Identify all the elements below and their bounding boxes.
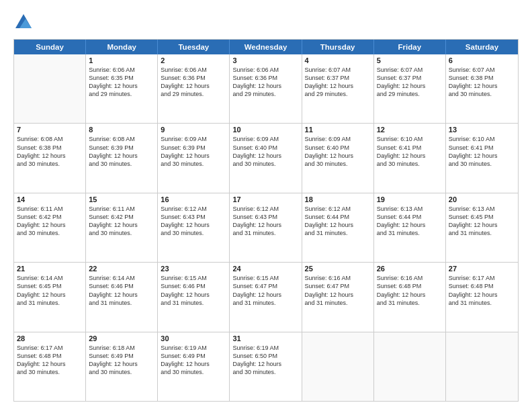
day-cell-23: 23Sunrise: 6:15 AMSunset: 6:46 PMDayligh… <box>158 263 230 331</box>
day-cell-7: 7Sunrise: 6:08 AMSunset: 6:38 PMDaylight… <box>14 124 86 192</box>
day-info-line: Sunrise: 6:14 AM <box>89 274 154 282</box>
day-info-line: and 31 minutes. <box>89 299 154 307</box>
day-cell-11: 11Sunrise: 6:09 AMSunset: 6:40 PMDayligh… <box>302 124 374 192</box>
page: SundayMondayTuesdayWednesdayThursdayFrid… <box>0 0 532 411</box>
day-info-line: Sunset: 6:40 PM <box>305 144 371 152</box>
day-info-line: Sunset: 6:36 PM <box>232 74 298 82</box>
day-info-line: and 29 minutes. <box>161 90 226 98</box>
day-info-line: Sunset: 6:49 PM <box>89 352 154 360</box>
header-day-sunday: Sunday <box>14 40 86 54</box>
day-info-line: Daylight: 12 hours <box>305 82 371 90</box>
day-number: 13 <box>449 126 515 134</box>
day-info-line: Sunset: 6:46 PM <box>89 282 154 290</box>
day-number: 25 <box>305 265 371 273</box>
day-info-line: Sunset: 6:37 PM <box>305 74 371 82</box>
header-day-saturday: Saturday <box>446 40 518 54</box>
day-number: 8 <box>89 126 154 134</box>
day-cell-1: 1Sunrise: 6:06 AMSunset: 6:35 PMDaylight… <box>86 54 158 123</box>
day-info-line: Sunrise: 6:17 AM <box>17 344 83 352</box>
day-info-line: Sunrise: 6:06 AM <box>232 66 298 74</box>
day-info-line: Sunrise: 6:19 AM <box>232 344 298 352</box>
day-info-line: Sunset: 6:42 PM <box>89 213 154 221</box>
day-info-line: Sunset: 6:47 PM <box>305 282 371 290</box>
calendar-row-5: 28Sunrise: 6:17 AMSunset: 6:48 PMDayligh… <box>14 332 518 401</box>
day-cell-4: 4Sunrise: 6:07 AMSunset: 6:37 PMDaylight… <box>302 54 374 123</box>
header-day-monday: Monday <box>86 40 158 54</box>
day-number: 19 <box>377 195 443 203</box>
day-info-line: Sunrise: 6:09 AM <box>305 135 371 143</box>
day-info-line: Sunrise: 6:06 AM <box>89 66 154 74</box>
day-info-line: Daylight: 12 hours <box>161 360 226 368</box>
day-info-line: and 30 minutes. <box>449 90 515 98</box>
day-info-line: Sunrise: 6:15 AM <box>161 274 226 282</box>
day-info-line: Sunset: 6:45 PM <box>17 282 83 290</box>
day-info-line: and 30 minutes. <box>305 160 371 168</box>
day-info-line: and 31 minutes. <box>449 299 515 307</box>
day-number: 14 <box>17 195 83 203</box>
day-info-line: Sunset: 6:47 PM <box>232 282 298 290</box>
day-number: 26 <box>377 265 443 273</box>
day-cell-16: 16Sunrise: 6:12 AMSunset: 6:43 PMDayligh… <box>158 193 230 262</box>
day-info-line: Sunset: 6:44 PM <box>305 213 371 221</box>
day-info-line: Daylight: 12 hours <box>89 360 154 368</box>
day-number: 7 <box>17 126 83 134</box>
day-info-line: Sunrise: 6:14 AM <box>17 274 83 282</box>
day-info-line: and 30 minutes. <box>449 160 515 168</box>
calendar-row-1: 1Sunrise: 6:06 AMSunset: 6:35 PMDaylight… <box>14 54 518 124</box>
day-number: 9 <box>161 126 226 134</box>
day-info-line: Sunrise: 6:08 AM <box>17 135 83 143</box>
empty-cell <box>446 332 518 401</box>
day-info-line: Daylight: 12 hours <box>89 82 154 90</box>
day-info-line: Daylight: 12 hours <box>305 152 371 160</box>
header <box>13 12 519 32</box>
day-info-line: Daylight: 12 hours <box>377 152 443 160</box>
day-number: 23 <box>161 265 226 273</box>
day-info-line: Sunrise: 6:16 AM <box>377 274 443 282</box>
day-cell-19: 19Sunrise: 6:13 AMSunset: 6:44 PMDayligh… <box>374 193 446 262</box>
header-day-wednesday: Wednesday <box>230 40 302 54</box>
day-info-line: Daylight: 12 hours <box>305 291 371 299</box>
day-number: 20 <box>449 195 515 203</box>
day-info-line: and 30 minutes. <box>377 160 443 168</box>
day-info-line: Daylight: 12 hours <box>17 291 83 299</box>
day-info-line: and 30 minutes. <box>161 368 226 376</box>
day-cell-9: 9Sunrise: 6:09 AMSunset: 6:39 PMDaylight… <box>158 124 230 192</box>
header-day-friday: Friday <box>374 40 446 54</box>
day-info-line: and 30 minutes. <box>161 160 226 168</box>
empty-cell <box>302 332 374 401</box>
day-number: 31 <box>232 334 298 342</box>
day-cell-6: 6Sunrise: 6:07 AMSunset: 6:38 PMDaylight… <box>446 54 518 123</box>
day-info-line: Sunrise: 6:15 AM <box>232 274 298 282</box>
day-info-line: and 30 minutes. <box>232 368 298 376</box>
day-info-line: and 31 minutes. <box>161 299 226 307</box>
day-number: 3 <box>232 56 298 64</box>
day-info-line: Sunrise: 6:10 AM <box>377 135 443 143</box>
logo <box>13 12 36 32</box>
day-info-line: Daylight: 12 hours <box>377 291 443 299</box>
day-info-line: and 31 minutes. <box>377 299 443 307</box>
day-info-line: Sunset: 6:37 PM <box>377 74 443 82</box>
day-info-line: Sunset: 6:49 PM <box>161 352 226 360</box>
day-cell-20: 20Sunrise: 6:13 AMSunset: 6:45 PMDayligh… <box>446 193 518 262</box>
day-cell-8: 8Sunrise: 6:08 AMSunset: 6:39 PMDaylight… <box>86 124 158 192</box>
day-cell-24: 24Sunrise: 6:15 AMSunset: 6:47 PMDayligh… <box>230 263 302 331</box>
day-info-line: Sunset: 6:44 PM <box>377 213 443 221</box>
day-info-line: and 31 minutes. <box>305 299 371 307</box>
day-info-line: Daylight: 12 hours <box>17 152 83 160</box>
day-info-line: Sunrise: 6:09 AM <box>161 135 226 143</box>
day-cell-5: 5Sunrise: 6:07 AMSunset: 6:37 PMDaylight… <box>374 54 446 123</box>
day-info-line: Sunset: 6:46 PM <box>161 282 226 290</box>
day-cell-25: 25Sunrise: 6:16 AMSunset: 6:47 PMDayligh… <box>302 263 374 331</box>
day-number: 29 <box>89 334 154 342</box>
day-info-line: Sunset: 6:43 PM <box>161 213 226 221</box>
day-info-line: Sunrise: 6:12 AM <box>161 205 226 213</box>
day-info-line: Sunset: 6:41 PM <box>377 144 443 152</box>
day-info-line: Daylight: 12 hours <box>232 82 298 90</box>
day-info-line: Sunset: 6:40 PM <box>232 144 298 152</box>
day-info-line: Sunrise: 6:18 AM <box>89 344 154 352</box>
day-info-line: Sunrise: 6:06 AM <box>161 66 226 74</box>
day-cell-12: 12Sunrise: 6:10 AMSunset: 6:41 PMDayligh… <box>374 124 446 192</box>
day-info-line: Sunset: 6:38 PM <box>17 144 83 152</box>
day-info-line: Daylight: 12 hours <box>449 82 515 90</box>
day-info-line: Sunset: 6:38 PM <box>449 74 515 82</box>
